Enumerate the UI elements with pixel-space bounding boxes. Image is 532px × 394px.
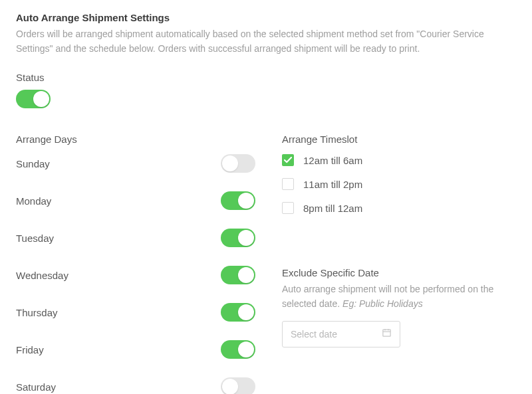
day-toggle-thursday[interactable] — [221, 303, 255, 322]
timeslot-label: 12am till 6am — [303, 155, 362, 166]
timeslot-checkbox[interactable] — [282, 178, 294, 190]
day-row: Wednesday — [16, 266, 282, 284]
exclude-date-heading: Exclude Specific Date — [282, 267, 516, 278]
arrange-timeslot-heading: Arrange Timeslot — [282, 134, 516, 145]
date-placeholder: Select date — [291, 329, 337, 340]
arrange-days-heading: Arrange Days — [16, 134, 282, 145]
day-row: Sunday — [16, 154, 282, 173]
timeslot-checkbox[interactable] — [282, 154, 294, 166]
page-title: Auto Arrange Shipment Settings — [16, 12, 516, 23]
day-toggle-tuesday[interactable] — [221, 229, 255, 247]
timeslot-row: 11am till 2pm — [282, 178, 516, 190]
exclude-date-picker[interactable]: Select date — [282, 321, 400, 347]
svg-rect-0 — [383, 330, 390, 336]
day-label: Thursday — [16, 307, 58, 318]
day-label: Saturday — [16, 381, 56, 393]
day-row: Tuesday — [16, 229, 282, 247]
page-description: Orders will be arranged shipment automat… — [16, 27, 516, 56]
timeslot-checkbox[interactable] — [282, 202, 294, 214]
timeslot-label: 11am till 2pm — [303, 179, 362, 190]
day-label: Tuesday — [16, 233, 54, 244]
day-label: Friday — [16, 344, 44, 355]
day-toggle-monday[interactable] — [221, 191, 255, 210]
exclude-date-description: Auto arrange shipment will not be perfor… — [282, 282, 516, 311]
day-label: Sunday — [16, 158, 50, 169]
day-label: Wednesday — [16, 270, 68, 281]
timeslot-row: 8pm till 12am — [282, 202, 516, 214]
day-row: Friday — [16, 340, 282, 359]
status-label: Status — [16, 72, 516, 83]
timeslot-row: 12am till 6am — [282, 154, 516, 166]
day-toggle-friday[interactable] — [221, 340, 255, 359]
day-row: Saturday — [16, 377, 282, 394]
day-row: Monday — [16, 191, 282, 210]
day-toggle-sunday[interactable] — [221, 154, 255, 173]
status-toggle[interactable] — [16, 90, 51, 108]
calendar-icon — [382, 328, 392, 340]
timeslot-label: 8pm till 12am — [303, 203, 362, 214]
day-toggle-wednesday[interactable] — [221, 266, 255, 284]
day-label: Monday — [16, 195, 51, 207]
day-row: Thursday — [16, 303, 282, 322]
day-toggle-saturday[interactable] — [221, 377, 255, 394]
